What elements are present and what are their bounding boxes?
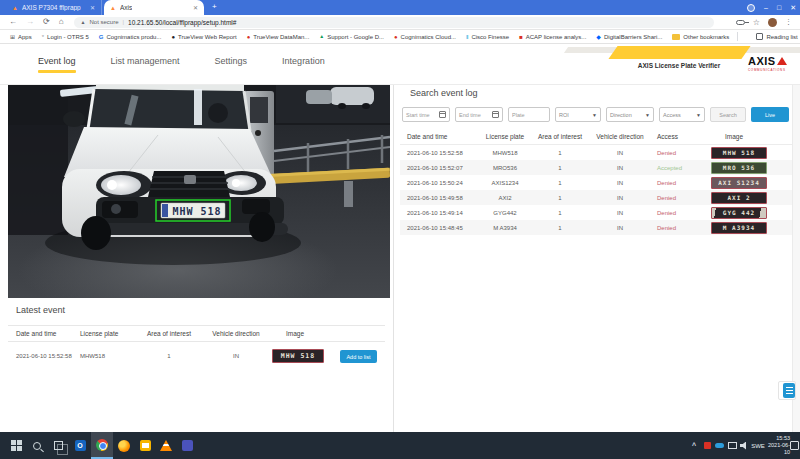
plate-image: M A3934 [711,222,767,234]
plate-image: MHW 518 [711,147,767,159]
tab-settings[interactable]: Settings [215,56,248,75]
close-tab-icon[interactable]: ✕ [90,4,95,11]
event-table: 2021-06-10 15:52:58 MHW518 1 IN Denied M… [400,145,792,235]
plate-image: AXI S1234 [711,177,767,189]
profile-icon[interactable] [747,4,755,12]
cell-datetime: 2021-06-10 15:49:14 [407,210,479,216]
taskbar-outlook[interactable]: O [70,432,90,459]
not-secure-icon: ▲ [81,19,86,25]
tab-title: Axis [120,4,132,11]
scrollbar[interactable] [792,85,800,432]
table-row[interactable]: 2021-06-10 15:49:58 AXI2 1 IN Denied AXI… [400,190,792,205]
password-key-icon[interactable] [736,20,745,25]
table-row[interactable]: 2021-06-10 15:52:58 MHW518 1 IN Denied M… [400,145,792,160]
col-header: Area of interest [531,133,589,140]
product-name: AXIS License Plate Verifier [608,62,750,69]
bookmark-item[interactable]: ●Cognimatics Cloud... [394,34,456,40]
clock-date: 2021-06-10 [768,442,790,455]
close-window-button[interactable]: ✕ [790,4,796,12]
refresh-icon[interactable]: ⟳ [43,18,50,26]
tray-volume[interactable] [738,432,750,459]
tab-event-log[interactable]: Event log [38,56,76,75]
profile-avatar[interactable] [768,18,777,27]
browser-window: ▲ AXIS P7304 fflprapp ✕ ▲ Axis ✕ + – □ ✕… [0,0,800,459]
search-icon [33,442,41,450]
tab-list-management[interactable]: List management [111,56,180,75]
bookmark-item[interactable]: *Login - OTRS 5 [42,34,89,40]
home-icon[interactable]: ⌂ [59,18,64,26]
action-center-button[interactable] [789,432,800,459]
plate-image: MRO 536 [711,162,767,174]
plate-image: AXI 2 [711,192,767,204]
roi-select[interactable]: ROI▼ [555,107,601,122]
bookmark-item[interactable]: ◆DigitalBarriers Shari... [596,34,662,40]
url-box[interactable]: ▲ Not secure | 10.21.65.50/local/fflprap… [74,17,714,28]
table-row[interactable]: 2021-06-10 15:48:45 M A3934 1 IN Denied … [400,220,792,235]
cell-plate: AXIS1234 [479,180,531,186]
calendar-icon [439,111,446,118]
access-select[interactable]: Access▼ [659,107,705,122]
cell-datetime: 2021-06-10 15:52:07 [407,165,479,171]
search-event-log-title: Search event log [410,88,478,98]
task-view-icon [54,441,63,450]
maximize-button[interactable]: □ [777,4,781,11]
speaker-icon [740,442,748,450]
bookmark-item[interactable]: GCognimatics produ... [99,34,162,40]
minimize-button[interactable]: – [764,4,768,11]
start-time-input[interactable]: Start time [402,107,450,122]
latest-event-row: 2021-06-10 15:52:58 MHW518 1 IN MHW 518 … [8,342,385,370]
live-button[interactable]: Live [751,107,789,122]
headlight-right [225,175,257,191]
language-label: SWE [751,443,765,449]
plate-input[interactable] [508,107,550,122]
back-icon[interactable]: ← [9,18,17,26]
taskbar-search-button[interactable] [27,432,47,459]
menu-kebab-icon[interactable]: ⋮ [785,18,792,26]
url-divider: | [123,19,125,25]
forward-icon[interactable]: → [26,18,34,26]
search-button[interactable]: Search [710,107,746,122]
bookmark-label: TrueView Web Report [178,34,237,40]
bookmark-item[interactable]: ●TrueView Web Report [171,34,236,40]
start-button[interactable] [6,432,26,459]
tray-app-icon-red[interactable] [701,432,713,459]
reading-list-button[interactable]: Reading list [756,33,797,40]
windows-logo-icon [11,440,22,451]
end-time-input[interactable]: End time [455,107,503,122]
bookmark-item[interactable]: ‖Cisco Finesse [466,34,509,40]
taskbar-teams[interactable] [177,432,197,459]
col-header: Vehicle direction [200,330,272,337]
taskbar-chrome-active[interactable] [91,432,113,459]
col-header: License plate [479,133,531,140]
bookmark-item[interactable]: ■ACAP license analys... [519,34,586,40]
new-tab-button[interactable]: + [212,2,217,11]
browser-tab-active[interactable]: ▲ Axis ✕ [104,0,204,15]
bookmark-star-icon[interactable]: ☆ [753,18,760,27]
bookmark-item-apps[interactable]: ⊞Apps [10,34,32,40]
browser-tab-inactive[interactable]: ▲ AXIS P7304 fflprapp ✕ [6,0,102,15]
task-view-button[interactable] [48,432,68,459]
taskbar-vlc[interactable] [156,432,176,459]
taskbar-media-app[interactable] [135,432,155,459]
address-bar-actions: ☆ ⋮ [736,18,792,27]
col-header: Vehicle direction [589,133,651,140]
bookmark-favicon: ■ [519,34,523,40]
bookmark-item[interactable]: ●TrueView DataMan... [247,34,310,40]
tray-clock[interactable]: 15:532021-06-10 [764,432,790,459]
bookmark-label: Apps [18,34,32,40]
banner-yellow-stripe [608,46,750,59]
add-to-list-button[interactable]: Add to list [340,350,377,363]
tray-app-icon-blue[interactable] [713,432,726,459]
bookmark-favicon: * [42,34,44,40]
side-widget[interactable] [778,381,798,401]
table-row[interactable]: 2021-06-10 15:49:14 GYG442 1 IN Denied G… [400,205,792,220]
tray-expand-button[interactable]: ^ [688,432,700,459]
tab-integration[interactable]: Integration [282,56,325,75]
bookmark-item[interactable]: ▲Support - Google D... [319,34,384,40]
table-row[interactable]: 2021-06-10 15:50:24 AXIS1234 1 IN Denied… [400,175,792,190]
direction-select[interactable]: Direction▼ [606,107,654,122]
close-tab-icon[interactable]: ✕ [193,4,198,11]
table-row[interactable]: 2021-06-10 15:52:07 MRO536 1 IN Accepted… [400,160,792,175]
other-bookmarks-button[interactable]: Other bookmarks [672,34,729,40]
taskbar-firefox[interactable] [114,432,134,459]
